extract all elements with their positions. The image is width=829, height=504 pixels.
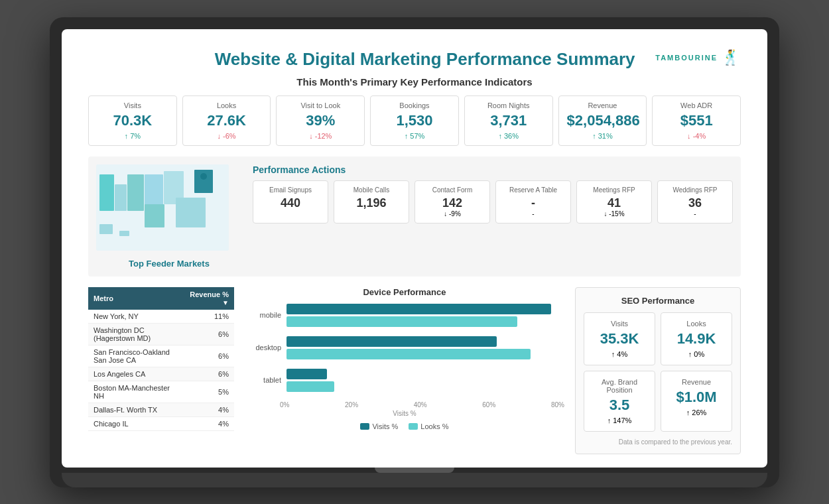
svg-point-11 <box>200 173 207 180</box>
kpi-label: Visit to Look <box>285 101 356 109</box>
feeder-table: Metro Revenue % ▼ New York, NY 11% Washi… <box>88 287 234 431</box>
action-label: Mobile Calls <box>341 186 402 194</box>
kpi-change: ↓ -12% <box>285 132 356 140</box>
chart-x-label-item: 0% <box>280 401 289 409</box>
seo-card-change: ↑ 0% <box>668 350 725 358</box>
kpi-value: 39% <box>285 112 356 129</box>
bar-looks <box>287 381 334 392</box>
feeder-revenue: 4% <box>184 403 234 416</box>
action-card: Reserve A Table - - <box>495 180 571 223</box>
laptop-notch <box>375 468 454 473</box>
svg-rect-8 <box>145 204 164 227</box>
bar-visits <box>287 369 327 379</box>
bar-track <box>287 336 558 359</box>
performance-actions: Performance Actions Email Signups 440 Mo… <box>253 164 733 269</box>
kpi-change: ↑ 31% <box>567 132 639 140</box>
feeder-revenue: 6% <box>184 323 234 345</box>
feeder-metro: Washington DC (Hagerstown MD) <box>88 323 184 345</box>
bar-looks <box>287 316 517 327</box>
action-value: 1,196 <box>341 196 402 210</box>
kpi-card: Bookings 1,530 ↑ 57% <box>370 95 459 146</box>
seo-card: Revenue $1.0M ↑ 26% <box>661 371 732 432</box>
seo-card-value: $1.0M <box>668 389 725 406</box>
page-title: Website & Digital Marketing Performance … <box>194 49 655 70</box>
kpi-label: Room Nights <box>473 101 544 109</box>
bar-label: mobile <box>251 311 281 319</box>
middle-section: Top Feeder Markets Performance Actions E… <box>88 157 741 277</box>
seo-card-value: 14.9K <box>668 330 725 347</box>
legend-looks-color <box>409 423 418 430</box>
bar-track <box>287 369 558 392</box>
svg-rect-9 <box>99 224 113 234</box>
legend-looks: Looks % <box>409 422 448 430</box>
bar-label: tablet <box>251 376 281 384</box>
kpi-card: Visits 70.3K ↑ 7% <box>88 95 177 146</box>
bar-track <box>287 304 558 327</box>
action-value: - <box>503 196 564 210</box>
table-row: New York, NY 11% <box>88 310 234 324</box>
table-row: San Francisco-Oakland San Jose CA 6% <box>88 345 234 367</box>
svg-rect-3 <box>127 174 144 211</box>
bar-looks <box>287 349 531 359</box>
action-change: ↓ -9% <box>422 210 483 218</box>
feeder-revenue: 6% <box>184 367 234 381</box>
seo-card-label: Revenue <box>668 378 725 386</box>
laptop-frame: Website & Digital Marketing Performance … <box>50 17 779 487</box>
action-value: 142 <box>422 196 483 210</box>
action-card: Weddings RFP 36 - <box>657 180 733 223</box>
chart-legend: Visits % Looks % <box>245 422 564 430</box>
screen: Website & Digital Marketing Performance … <box>62 29 767 468</box>
kpi-change: ↓ -6% <box>191 132 263 140</box>
feeder-metro: Los Angeles CA <box>88 367 184 381</box>
bottom-section: Metro Revenue % ▼ New York, NY 11% Washi… <box>88 287 741 454</box>
chart-bar-row: desktop <box>251 336 558 359</box>
action-label: Contact Form <box>422 186 483 194</box>
kpi-change: ↑ 57% <box>379 132 450 140</box>
kpi-change: ↓ -4% <box>661 132 732 140</box>
kpi-value: $2,054,886 <box>567 112 639 129</box>
kpi-label: Looks <box>191 101 263 109</box>
seo-card-change: ↑ 26% <box>668 409 725 416</box>
svg-rect-7 <box>176 198 206 227</box>
feeder-revenue: 4% <box>184 416 234 430</box>
feeder-col-metro: Metro <box>88 287 184 310</box>
logo: TAMBOURINE 🕺 <box>655 49 741 66</box>
kpi-label: Revenue <box>567 101 639 109</box>
device-performance: Device Performance mobile desktop tablet… <box>245 287 564 454</box>
seo-card-change: ↑ 4% <box>591 350 648 358</box>
action-card: Mobile Calls 1,196 <box>334 180 409 223</box>
action-change: ↓ -15% <box>584 210 645 218</box>
bar-label: desktop <box>251 344 281 351</box>
legend-visits-color <box>360 423 369 430</box>
action-label: Email Signups <box>260 186 321 194</box>
laptop-base <box>62 473 767 487</box>
action-change: - <box>503 210 564 218</box>
kpi-label: Bookings <box>379 101 450 109</box>
device-title: Device Performance <box>245 287 564 297</box>
kpi-value: 3,731 <box>473 112 544 129</box>
table-row: Los Angeles CA 6% <box>88 367 234 381</box>
kpi-value: 27.6K <box>191 112 263 129</box>
chart-x-label-item: 80% <box>551 401 564 409</box>
kpi-grid: Visits 70.3K ↑ 7% Looks 27.6K ↓ -6% Visi… <box>88 95 741 146</box>
chart-x-label: Visits % <box>245 410 564 417</box>
chart-x-label-item: 40% <box>414 401 427 409</box>
kpi-label: Web ADR <box>661 101 732 109</box>
legend-visits: Visits % <box>360 422 398 430</box>
kpi-value: $551 <box>661 112 732 129</box>
chart-bar-row: mobile <box>251 304 558 327</box>
kpi-section-title: This Month's Primary Key Performance Ind… <box>88 76 741 88</box>
action-label: Meetings RFP <box>584 186 645 194</box>
action-card: Meetings RFP 41 ↓ -15% <box>576 180 652 223</box>
svg-rect-10 <box>119 231 129 236</box>
kpi-label: Visits <box>97 101 168 109</box>
table-row: Dallas-Ft. Worth TX 4% <box>88 403 234 416</box>
kpi-card: Room Nights 3,731 ↑ 36% <box>464 95 553 146</box>
chart-x-label-item: 60% <box>482 401 495 409</box>
seo-card: Avg. Brand Position 3.5 ↑ 147% <box>584 371 655 432</box>
action-card: Email Signups 440 <box>253 180 328 223</box>
seo-card-label: Visits <box>591 320 648 328</box>
feeder-revenue: 5% <box>184 381 234 403</box>
seo-card-label: Avg. Brand Position <box>591 378 648 394</box>
feeder-revenue: 6% <box>184 345 234 367</box>
